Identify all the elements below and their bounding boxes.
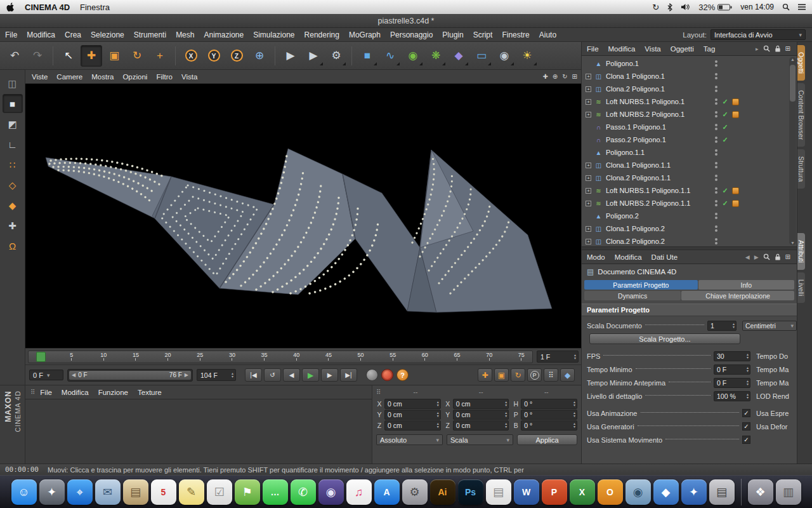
enabled-check-icon[interactable]: ✓ [720,187,730,195]
menu-selezione[interactable]: Selezione [91,30,124,39]
scala-documento-field[interactable]: 1 ▴▾ [707,321,737,331]
end-frame-field[interactable]: 104 F ▴▾ [197,369,236,381]
axis-mode-button[interactable]: ✚ [3,216,23,235]
stepper-icon[interactable]: ▴▾ [747,380,749,386]
viewport-3d[interactable] [25,84,581,348]
side-tab-content-browser[interactable]: Content Browser [797,83,805,147]
current-frame-field[interactable]: 1 F ▴▾ [537,351,579,363]
texture-tag-icon[interactable] [732,111,739,118]
coordinate-b-field[interactable]: 0 °▴▾ [521,420,577,431]
range-left-arrow-icon[interactable]: ◀ [72,372,75,378]
coordinate-x-field[interactable]: 0 cm▴▾ [384,399,441,409]
add-light-button[interactable]: ☀ [516,45,538,67]
stepper-icon[interactable]: ▴▾ [747,393,749,399]
viewport-menu-camere[interactable]: Camere [56,73,82,81]
visibility-dots-icon[interactable] [712,199,720,207]
history-forward-icon[interactable]: ▶ [754,254,759,260]
menu-animazione[interactable]: Animazione [204,30,244,39]
fps-field[interactable]: 30▴▾ [714,351,750,361]
render-view-button[interactable]: ▶ [280,45,301,67]
play-button[interactable]: ▶ [302,368,319,382]
dock-photoshop[interactable]: Ps [458,479,483,505]
expand-icon[interactable]: + [586,201,591,206]
menu-rendering[interactable]: Rendering [304,30,339,39]
scale-tool-button[interactable]: ▣ [103,45,125,67]
frame-dropdown[interactable]: 0 F ▾ [29,370,63,380]
autokeying-help-button[interactable]: ? [396,369,409,381]
timeline-ruler[interactable]: 051015202530354045505560657075 [28,351,533,363]
visibility-dots-icon[interactable] [712,161,720,169]
dock-notes[interactable]: ✎ [179,479,204,505]
add-environment-button[interactable]: ▭ [471,45,492,67]
usa-generatori-checkbox[interactable]: ✓ [742,422,750,431]
record-point-level-button[interactable]: ⠿ [544,368,558,382]
notification-center-icon[interactable] [798,4,806,10]
dock-contacts[interactable]: ▤ [123,479,148,505]
object-row[interactable]: +≋Loft NURBS.2 Poligono.1✓ [582,108,797,121]
materials-menu-funzione[interactable]: Funzione [98,389,128,396]
preview-range-bar[interactable]: ◀ 0 F 76 F ▶ [69,371,191,380]
coordinate-y-field[interactable]: 0 cm▴▾ [384,410,441,420]
record-options-button[interactable] [366,369,378,381]
coordinate-h-field[interactable]: 0 °▴▾ [521,399,577,409]
visibility-dots-icon[interactable] [712,225,720,232]
dock-facetime[interactable]: ✆ [291,479,316,505]
add-primitive-button[interactable]: ■ [357,45,378,67]
add-deformer-button[interactable]: ◆ [448,45,469,67]
side-tab-struttura[interactable]: Struttura [797,149,805,189]
bluetooth-icon[interactable] [667,3,672,11]
goto-start-button[interactable]: |◀ [245,368,262,382]
visibility-dots-icon[interactable] [712,72,720,80]
edge-mode-button[interactable]: ◇ [3,175,23,194]
apply-button[interactable]: Applica [517,434,577,445]
battery-indicator[interactable]: 32% [698,3,732,12]
keyframe-selection-button[interactable]: ◆ [560,368,575,382]
volume-icon[interactable] [681,3,690,11]
next-frame-button[interactable]: ▶ [321,368,338,382]
object-row[interactable]: +≋Loft NURBS.1 Poligono.1✓ [582,95,797,108]
object-row[interactable]: ▲Poligono.1 [582,57,797,70]
menubar-clock[interactable]: ven 14:09 [740,3,774,11]
rotate-tool-button[interactable]: ↻ [126,45,148,67]
expand-icon[interactable]: + [586,99,591,105]
enabled-check-icon[interactable]: ✓ [720,110,730,119]
visibility-dots-icon[interactable] [712,110,720,118]
coordinate-z-field[interactable]: 0 cm▴▾ [384,420,441,431]
tab-parametri-progetto[interactable]: Parametri Progetto [584,280,698,290]
visibility-dots-icon[interactable] [712,149,720,156]
object-row[interactable]: +◫Clona.2 Poligono.1 [582,83,797,95]
menu-plugin[interactable]: Plugin [442,30,463,39]
visibility-dots-icon[interactable] [712,136,720,144]
add-spline-button[interactable]: ∿ [379,45,401,67]
expand-icon[interactable]: + [586,188,591,194]
usa-animazione-checkbox[interactable]: ✓ [742,409,750,417]
view-maximize-icon[interactable]: ⊞ [572,73,577,80]
range-right-arrow-icon[interactable]: ▶ [185,372,188,378]
panel-add-icon[interactable]: ⊞ [785,45,790,52]
texture-tag-icon[interactable] [732,98,739,105]
dock-launchpad[interactable]: ✦ [39,479,65,505]
dock-word[interactable]: W [514,479,539,505]
stepper-icon[interactable]: ▴▾ [505,411,507,418]
object-row[interactable]: +◫Clona 1 Poligono.1 [582,70,797,83]
object-row[interactable]: +◫Clona.2 Poligono.1.1 [582,171,797,184]
tab-chiave-interpolazione[interactable]: Chiave Interpolazione [681,291,794,300]
viewport-menu-mostra[interactable]: Mostra [91,73,114,81]
sync-icon[interactable]: ↻ [652,3,659,12]
timeline-playhead[interactable] [36,352,46,362]
viewport-menu-filtro[interactable]: Filtro [156,73,173,81]
stepper-icon[interactable]: ▴▾ [505,422,507,429]
lock-z-axis-button[interactable]: Z [226,45,247,67]
dock-messages[interactable]: … [263,479,288,505]
dock-trash[interactable]: ▥ [776,479,801,505]
panel-handle-icon[interactable]: ⠿ [376,389,381,396]
stepper-icon[interactable]: ▴▾ [437,401,439,407]
visibility-dots-icon[interactable] [712,123,720,131]
stepper-icon[interactable]: ▴▾ [574,354,576,360]
object-row[interactable]: ▲Poligono.1.1 [582,146,797,159]
dock-mail[interactable]: ✉ [95,479,121,505]
dock-finder[interactable]: ☺ [11,479,37,505]
enabled-check-icon[interactable]: ✓ [720,98,730,106]
panel-handle-icon[interactable]: ⠿ [30,389,35,396]
object-row[interactable]: +≋Loft NURBS.1 Poligono.1.1✓ [582,184,797,197]
